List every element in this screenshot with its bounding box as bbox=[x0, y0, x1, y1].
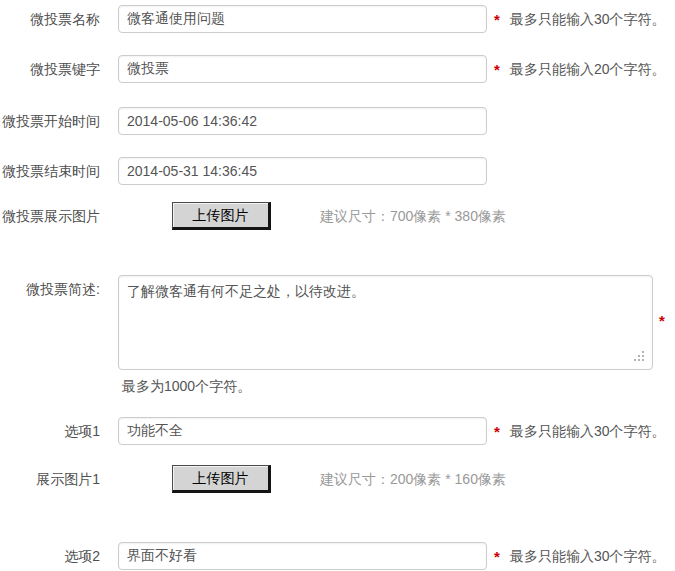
vote-keyword-hint: 最多只能输入20个字符。 bbox=[510, 55, 666, 83]
option2-input[interactable] bbox=[118, 542, 487, 570]
option1-label: 选项1 bbox=[0, 417, 100, 445]
end-time-input[interactable] bbox=[118, 157, 487, 185]
form-row-option2: 选项2 * 最多只能输入30个字符。 bbox=[0, 542, 675, 570]
start-time-label: 微投票开始时间 bbox=[0, 107, 100, 135]
vote-edit-form: { "colors": { "asterisk": "#cc0000", "hi… bbox=[0, 0, 675, 571]
form-row-end-time: 微投票结束时间 bbox=[0, 157, 675, 185]
vote-name-input[interactable] bbox=[118, 5, 487, 33]
required-asterisk: * bbox=[659, 312, 665, 329]
option2-hint: 最多只能输入30个字符。 bbox=[510, 542, 666, 570]
upload-image1-button[interactable]: 上传图片 bbox=[172, 465, 271, 493]
option-image1-label: 展示图片1 bbox=[0, 465, 100, 493]
required-asterisk: * bbox=[494, 542, 500, 570]
form-row-vote-name: 微投票名称 * 最多只能输入30个字符。 bbox=[0, 5, 675, 33]
required-asterisk: * bbox=[494, 55, 500, 83]
form-row-option-image1: 展示图片1 上传图片 建议尺寸：200像素 * 160像素 bbox=[0, 465, 675, 493]
option-image1-size-hint: 建议尺寸：200像素 * 160像素 bbox=[320, 465, 506, 493]
form-row-option1: 选项1 * 最多只能输入30个字符。 bbox=[0, 417, 675, 445]
vote-keyword-label: 微投票键字 bbox=[0, 55, 100, 83]
option1-hint: 最多只能输入30个字符。 bbox=[510, 417, 666, 445]
vote-keyword-input[interactable] bbox=[118, 55, 487, 83]
description-label: 微投票简述: bbox=[0, 275, 100, 303]
textarea-resize-handle[interactable] bbox=[634, 351, 646, 363]
vote-name-label: 微投票名称 bbox=[0, 5, 100, 33]
option1-input[interactable] bbox=[118, 417, 487, 445]
vote-name-hint: 最多只能输入30个字符。 bbox=[510, 5, 666, 33]
display-image-label: 微投票展示图片 bbox=[0, 202, 100, 230]
form-row-display-image: 微投票展示图片 上传图片 建议尺寸：700像素 * 380像素 bbox=[0, 202, 675, 230]
form-row-start-time: 微投票开始时间 bbox=[0, 107, 675, 135]
end-time-label: 微投票结束时间 bbox=[0, 157, 100, 185]
form-row-vote-keyword: 微投票键字 * 最多只能输入20个字符。 bbox=[0, 55, 675, 83]
required-asterisk: * bbox=[494, 417, 500, 445]
required-asterisk: * bbox=[494, 5, 500, 33]
upload-image-button[interactable]: 上传图片 bbox=[172, 202, 271, 230]
option2-label: 选项2 bbox=[0, 542, 100, 570]
start-time-input[interactable] bbox=[118, 107, 487, 135]
display-image-size-hint: 建议尺寸：700像素 * 380像素 bbox=[320, 202, 506, 230]
vote-description-textarea[interactable]: 了解微客通有何不足之处，以待改进。 bbox=[118, 275, 653, 370]
form-row-description: 微投票简述: 了解微客通有何不足之处，以待改进。 * 最多为1000个字符。 bbox=[0, 275, 675, 400]
description-maxlength-hint: 最多为1000个字符。 bbox=[122, 378, 251, 394]
